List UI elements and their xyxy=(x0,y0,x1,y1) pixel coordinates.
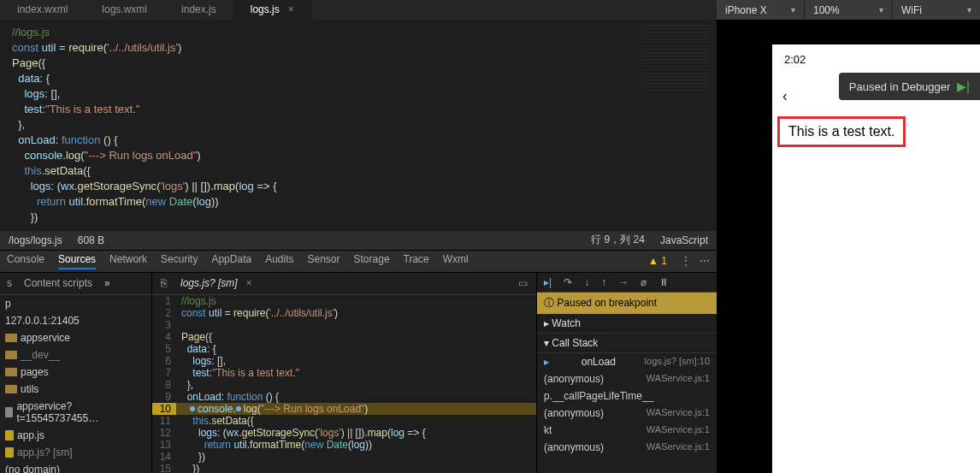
code-line[interactable]: data: { xyxy=(12,71,705,86)
code-line[interactable]: console.log("---> Run logs onLoad") xyxy=(12,148,705,163)
close-icon[interactable]: × xyxy=(288,3,294,15)
stack-frame[interactable]: p.__callPageLifeTime__ xyxy=(537,387,717,405)
source-line[interactable]: 12 logs: (wx.getStorageSync('logs') || [… xyxy=(152,427,536,439)
step-icon[interactable]: → xyxy=(618,276,629,288)
nav-toggle-icon[interactable]: ⎘ xyxy=(157,277,170,289)
source-line[interactable]: 9 onLoad: function () { xyxy=(152,391,536,403)
tree-item[interactable]: appservice xyxy=(0,329,151,346)
code-line[interactable]: return util.formatTime(new Date(log)) xyxy=(12,194,705,210)
devtools-tab[interactable]: Sources xyxy=(58,253,96,269)
source-line[interactable]: 1//logs.js xyxy=(152,295,536,307)
tree-item[interactable]: pages xyxy=(0,364,151,381)
source-tab[interactable]: logs.js? [sm] xyxy=(175,275,243,291)
tree-item[interactable]: (no domain) xyxy=(0,461,151,474)
highlighted-text: This is a test text. xyxy=(777,116,906,147)
code-line[interactable]: test:"This is a test text." xyxy=(12,102,705,117)
file-icon xyxy=(5,407,13,417)
source-line[interactable]: 4Page({ xyxy=(152,331,536,343)
code-line[interactable]: onLoad: function () { xyxy=(12,133,705,148)
devtools-tab[interactable]: Security xyxy=(161,253,198,269)
step-out-icon[interactable]: ↑ xyxy=(601,276,606,288)
editor-tab[interactable]: logs.wxml xyxy=(85,0,164,20)
devtools-tab[interactable]: AppData xyxy=(211,253,251,269)
code-line[interactable]: Page({ xyxy=(12,56,705,71)
code-line[interactable]: logs: (wx.getStorageSync('logs') || []).… xyxy=(12,179,705,194)
source-line[interactable]: 5 data: { xyxy=(152,343,536,355)
debugger-resume-icon[interactable]: ▶| xyxy=(957,80,970,93)
back-icon[interactable]: ‹ xyxy=(782,87,788,105)
editor-tab[interactable]: logs.js× xyxy=(233,0,311,20)
devtools-tab[interactable]: Trace xyxy=(404,253,429,269)
status-path: /logs/logs.js xyxy=(9,234,62,246)
stack-frame[interactable]: ktWAService.js:1 xyxy=(537,422,717,439)
source-line[interactable]: 14 }) xyxy=(152,451,536,463)
zoom-select[interactable]: 100%▾ xyxy=(804,0,892,20)
stack-frame[interactable]: (anonymous)WAService.js:1 xyxy=(537,439,717,456)
tree-item[interactable]: 127.0.0.1:21405 xyxy=(0,312,151,329)
devtools-tab[interactable]: Network xyxy=(109,253,147,269)
source-line[interactable]: 2const util = require('../../utils/util.… xyxy=(152,307,536,319)
stack-frame[interactable]: onLoadlogs.js? [sm]:10 xyxy=(537,353,717,370)
devtools-tab[interactable]: Wxml xyxy=(443,253,469,269)
code-line[interactable]: logs: [], xyxy=(12,86,705,102)
network-select[interactable]: WiFi▾ xyxy=(892,0,980,20)
source-line[interactable]: 6 logs: [], xyxy=(152,355,536,367)
tree-item[interactable]: app.js? [sm] xyxy=(0,444,151,461)
paused-debugger-pill: Paused in Debugger ▶| xyxy=(839,73,980,100)
source-line[interactable]: 15 }) xyxy=(152,463,536,474)
folder-icon xyxy=(5,385,17,393)
phone-preview[interactable]: 2:02 ‹ 查看启动日志 This is a test text. xyxy=(772,44,980,473)
sidebar-tab-page[interactable]: s xyxy=(7,277,12,289)
devtools-tab[interactable]: Storage xyxy=(354,253,390,269)
devtools-tabs: ConsoleSourcesNetworkSecurityAppDataAudi… xyxy=(0,250,717,272)
warning-badge[interactable]: ▲ 1 xyxy=(648,255,667,267)
resume-icon[interactable]: ▸| xyxy=(544,276,552,288)
sidebar-tab-content-scripts[interactable]: Content scripts xyxy=(24,277,92,289)
tree-item[interactable]: p xyxy=(0,295,151,312)
source-format-icon[interactable]: ▭ xyxy=(515,277,531,289)
code-line[interactable]: }, xyxy=(12,117,705,133)
source-line[interactable]: 3 xyxy=(152,319,536,331)
source-line[interactable]: 11 this.setData({ xyxy=(152,415,536,427)
device-select[interactable]: iPhone X▾ xyxy=(717,0,804,20)
editor-tab[interactable]: index.js xyxy=(164,0,233,20)
source-line[interactable]: 7 test:"This is a test text." xyxy=(152,367,536,379)
debugger-panel: ▸| ↷ ↓ ↑ → ⌀ ⏸ ⓘ Paused on breakpoint ▸ … xyxy=(537,273,717,474)
source-line[interactable]: 10 console.log("---> Run logs onLoad") xyxy=(152,403,536,415)
step-into-icon[interactable]: ↓ xyxy=(584,276,589,288)
code-line[interactable]: }) xyxy=(12,210,705,225)
watch-header[interactable]: ▸ Watch xyxy=(537,314,717,334)
minimap[interactable] xyxy=(641,25,710,93)
file-icon xyxy=(5,430,14,440)
more-icon[interactable]: ⋯ xyxy=(700,255,710,267)
source-tab-close-icon[interactable]: × xyxy=(246,277,252,289)
tree-item[interactable]: __dev__ xyxy=(0,346,151,364)
chevron-down-icon: ▾ xyxy=(967,5,971,15)
phone-time: 2:02 xyxy=(784,53,806,66)
stack-frame[interactable]: (anonymous)WAService.js:1 xyxy=(537,370,717,387)
code-line[interactable]: this.setData({ xyxy=(12,163,705,179)
code-line[interactable]: //logs.js xyxy=(12,25,705,40)
sidebar-more-icon[interactable]: » xyxy=(104,277,110,289)
editor-tab[interactable]: index.wxml xyxy=(0,0,85,20)
stack-frame[interactable]: (anonymous)WAService.js:1 xyxy=(537,405,717,422)
pause-exceptions-icon[interactable]: ⏸ xyxy=(658,276,669,288)
callstack-header[interactable]: ▾ Call Stack xyxy=(537,334,717,353)
devtools-tab[interactable]: Sensor xyxy=(308,253,340,269)
tree-item[interactable]: utils xyxy=(0,381,151,398)
device-bar: iPhone X▾ 100%▾ WiFi▾ xyxy=(717,0,980,20)
code-line[interactable]: const util = require('../../utils/util.j… xyxy=(12,40,705,56)
pause-banner: ⓘ Paused on breakpoint xyxy=(537,293,717,314)
devtools-tab[interactable]: Console xyxy=(7,253,44,269)
source-line[interactable]: 13 return util.formatTime(new Date(log)) xyxy=(152,439,536,451)
status-pos: 行 9，列 24 xyxy=(591,233,645,247)
tree-item[interactable]: appservice?t=15545737455… xyxy=(0,398,151,427)
step-over-icon[interactable]: ↷ xyxy=(564,276,572,288)
status-lang: JavaScript xyxy=(660,234,708,246)
settings-icon[interactable]: ⋮ xyxy=(681,255,691,267)
source-line[interactable]: 8 }, xyxy=(152,379,536,391)
devtools-tab[interactable]: Audits xyxy=(265,253,293,269)
tree-item[interactable]: app.js xyxy=(0,427,151,444)
deactivate-bp-icon[interactable]: ⌀ xyxy=(641,276,646,288)
main-editor[interactable]: //logs.jsconst util = require('../../uti… xyxy=(0,20,717,231)
